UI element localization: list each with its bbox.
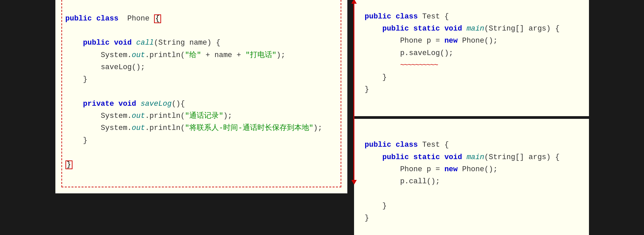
kw-void-2: void <box>118 100 136 108</box>
rb-kw2: class <box>396 141 418 149</box>
rt-close2: } <box>365 85 369 94</box>
arrow-up <box>351 0 357 4</box>
rt-phone-new: Phone(); <box>458 37 498 45</box>
rt-kw1: public <box>365 12 391 21</box>
close-1: } <box>83 75 87 84</box>
savelog-call: saveLog(); <box>101 63 145 72</box>
method-savelog: saveLog <box>141 100 171 108</box>
right-top-code: public class Test { public static void m… <box>365 0 578 108</box>
rt-main: main <box>466 25 484 33</box>
method-call: call <box>136 39 154 47</box>
str-1: "给" <box>185 51 201 59</box>
kw-private: private <box>83 100 114 108</box>
kw-void: void <box>114 39 132 47</box>
rb-close2: } <box>365 214 369 222</box>
println-2: .println( <box>145 112 185 120</box>
keyword-class: class <box>96 14 118 23</box>
rb-kw5: void <box>444 153 462 161</box>
rb-phone-new: Phone(); <box>458 165 498 174</box>
sysout-2: System. <box>101 112 132 120</box>
right-top-panel: public class Test { public static void m… <box>354 0 589 116</box>
sysout-3: System. <box>101 124 132 132</box>
rb-close1: } <box>382 202 387 210</box>
double-arrow <box>351 0 357 185</box>
kw-public-2: public <box>83 39 109 47</box>
right-bottom-panel: public class Test { public static void m… <box>354 119 589 235</box>
class-name-phone: Phone <box>123 14 154 23</box>
rb-kw3: public <box>382 153 409 161</box>
arrow-down <box>351 180 357 185</box>
println-3: .println( <box>145 124 185 132</box>
paren-1: ); <box>277 51 285 59</box>
arrow-shaft <box>353 4 354 180</box>
rt-kw3: public <box>382 25 409 33</box>
call-params: (String name) { <box>154 39 220 47</box>
rt-args: (String[] args) { <box>484 25 559 33</box>
savelog-params: (){ <box>171 100 185 108</box>
paren-2: ); <box>223 112 232 120</box>
println-1: .println( <box>145 51 185 59</box>
rb-call: p.call(); <box>400 177 440 186</box>
close-brace-box: } <box>65 160 72 169</box>
close-2: } <box>83 136 87 145</box>
rb-main: main <box>466 153 484 161</box>
rb-args: (String[] args) { <box>484 153 559 161</box>
keyword-public: public <box>65 14 92 23</box>
rt-phone-p: Phone p = <box>400 37 444 45</box>
rb-test2: Test { <box>418 141 449 149</box>
str-2: "打电话" <box>245 51 276 59</box>
paren-3: ); <box>313 124 322 132</box>
rt-new: new <box>444 37 458 45</box>
rt-close1: } <box>382 73 387 82</box>
out-2: out <box>132 112 145 120</box>
main-container: public class Phone { public void call(St… <box>42 0 602 235</box>
str-3: "通话记录" <box>185 112 223 120</box>
rb-phone-p: Phone p = <box>400 165 444 174</box>
left-panel: public class Phone { public void call(St… <box>55 0 347 193</box>
str-4: "将联系人-时间-通话时长保存到本地" <box>185 124 313 132</box>
rt-kw2: class <box>396 12 418 21</box>
rt-kw5: void <box>444 25 462 33</box>
out-1: out <box>132 51 145 59</box>
plus-1: + name + <box>201 51 245 59</box>
out-3: out <box>132 124 145 132</box>
right-panels: public class Test { public static void m… <box>354 0 589 235</box>
rt-kw4: static <box>413 25 440 33</box>
right-bottom-code: public class Test { public static void m… <box>365 127 578 235</box>
sysout-1: System. <box>101 51 132 59</box>
rt-savelog: p.saveLog(); <box>400 49 453 57</box>
open-brace-box: { <box>154 14 161 23</box>
left-code-block: public class Phone { public void call(St… <box>65 0 334 183</box>
rt-squiggle: ~~~~~~~~~~ <box>400 61 438 69</box>
rt-test1: Test { <box>418 12 449 21</box>
rb-kw1: public <box>365 141 391 149</box>
rb-kw4: static <box>413 153 440 161</box>
rb-new: new <box>444 165 458 174</box>
